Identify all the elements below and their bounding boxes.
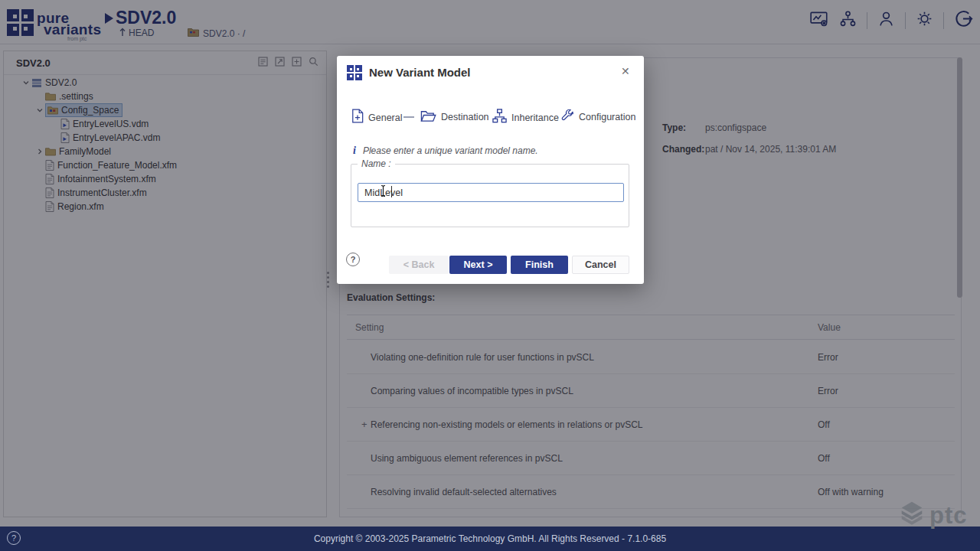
copyright-text: Copyright © 2003-2025 Parametric Technol… <box>314 533 666 544</box>
help-icon[interactable]: ? <box>346 253 360 266</box>
ptc-logo: ptc <box>897 500 968 531</box>
info-icon: i <box>353 145 356 157</box>
name-group-label: Name : <box>358 158 395 169</box>
hierarchy-icon <box>492 109 507 126</box>
dialog-title: New Variant Model <box>369 66 471 79</box>
step-label: Configuration <box>579 112 635 122</box>
step-inheritance: Inheritance <box>492 109 559 126</box>
finish-button[interactable]: Finish <box>511 256 568 274</box>
cancel-button[interactable]: Cancel <box>572 256 629 274</box>
ptc-logo-text: ptc <box>929 502 968 530</box>
new-document-icon <box>351 109 364 126</box>
close-icon[interactable]: ✕ <box>619 63 632 80</box>
app-window: pure variants from ptc SDV2.0 HEAD SDV2.… <box>0 0 980 551</box>
pure-variants-logo-icon <box>347 65 362 80</box>
step-label: Inheritance <box>511 112 559 123</box>
footer-bar: ? Copyright © 2003-2025 Parametric Techn… <box>0 527 980 551</box>
wrench-icon <box>560 109 574 126</box>
next-button[interactable]: Next > <box>449 256 507 274</box>
step-label: Destination <box>441 112 489 122</box>
step-destination: Destination <box>420 109 489 126</box>
info-message: i Please enter a unique variant model na… <box>353 145 538 157</box>
footer-help-icon[interactable]: ? <box>7 531 21 545</box>
open-folder-icon <box>420 109 436 126</box>
new-variant-model-dialog: New Variant Model ✕ General Destination … <box>337 56 644 284</box>
step-configuration: Configuration <box>560 109 635 126</box>
step-separator <box>403 116 414 118</box>
info-text: Please enter a unique variant model name… <box>363 145 538 156</box>
text-caret <box>391 186 392 197</box>
step-label: General <box>368 112 402 123</box>
name-group: Name : <box>351 164 629 227</box>
step-general: General <box>351 109 402 126</box>
ptc-diamond-icon <box>897 500 926 531</box>
back-button[interactable]: < Back <box>389 256 449 274</box>
mouse-ibeam-cursor <box>379 184 387 201</box>
name-input[interactable] <box>358 183 624 202</box>
